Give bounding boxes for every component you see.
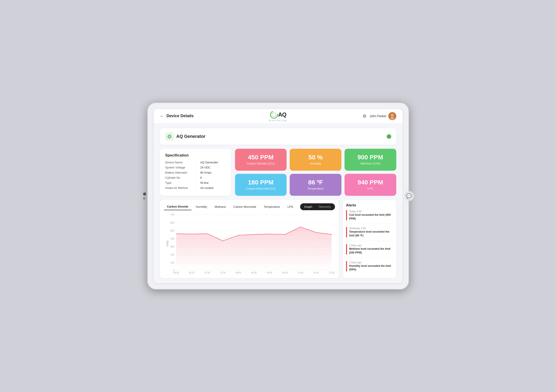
logo-icon bbox=[270, 111, 278, 119]
svg-text:09:00: 09:00 bbox=[267, 271, 272, 274]
page-title: Device Details bbox=[167, 114, 194, 118]
svg-text:07:30: 07:30 bbox=[220, 271, 225, 274]
header-left: ← Device Details bbox=[160, 113, 194, 119]
x-axis-label: Time bbox=[251, 274, 257, 275]
svg-text:06:30: 06:30 bbox=[189, 271, 194, 274]
co-value: 180 PPM bbox=[248, 179, 273, 186]
tab-carbon-monoxide[interactable]: Carbon Monoxide bbox=[230, 204, 259, 210]
svg-text:100: 100 bbox=[170, 261, 174, 264]
alert-bar-1 bbox=[346, 227, 347, 238]
alert-time-2: 2 Days ago bbox=[349, 244, 393, 247]
svg-text:10:30: 10:30 bbox=[313, 271, 319, 274]
alert-time-0: Today, 9:30 bbox=[349, 210, 393, 213]
svg-text:700: 700 bbox=[170, 213, 174, 216]
alerts-section: Alerts Today, 9:30 Co2 level exceeded th… bbox=[343, 200, 396, 278]
alert-bar-3 bbox=[346, 261, 347, 272]
alert-time-1: Yesterday, 9:30 bbox=[349, 227, 393, 230]
spec-cards-row: Specification Device Name : AQ Generator… bbox=[160, 149, 396, 196]
right-side-button[interactable]: 💬 bbox=[404, 191, 414, 201]
header: ← Device Details AQ monitoring ⚙ John Pa… bbox=[154, 109, 402, 123]
svg-rect-10 bbox=[169, 135, 170, 135]
logo-monitoring-text: monitoring bbox=[269, 119, 287, 122]
graph-toggle-button[interactable]: Graph bbox=[301, 204, 315, 210]
svg-text:07:00: 07:00 bbox=[204, 271, 210, 274]
svg-rect-9 bbox=[171, 136, 171, 137]
svg-text:09:30: 09:30 bbox=[282, 271, 288, 274]
spec-row-1: System Voltage : 24 VDC bbox=[165, 166, 226, 169]
svg-point-0 bbox=[270, 111, 278, 118]
svg-point-5 bbox=[390, 117, 394, 120]
svg-point-3 bbox=[391, 114, 394, 117]
logo-aq-text: AQ bbox=[278, 111, 286, 118]
humidity-label: Humidity bbox=[310, 162, 321, 165]
svg-text:06:00: 06:00 bbox=[173, 271, 179, 274]
device-section: AQ Generator bbox=[160, 128, 396, 145]
svg-text:200: 200 bbox=[170, 253, 174, 256]
alert-item-3: 3 Days ago Humidity level exceeded the l… bbox=[346, 261, 393, 275]
methane-value: 900 PPM bbox=[358, 154, 383, 161]
svg-text:11:00: 11:00 bbox=[329, 271, 334, 274]
svg-text:08:30: 08:30 bbox=[251, 271, 256, 274]
telemetry-toggle-button[interactable]: Telemetry bbox=[315, 204, 334, 210]
metrics-grid: 450 PPM Carbon Dioxide (CO₂) 50 % Humidi… bbox=[235, 149, 396, 196]
spec-row-0: Device Name : AQ Generator bbox=[165, 161, 226, 164]
device-name: AQ Generator bbox=[176, 134, 206, 139]
avatar bbox=[388, 112, 396, 120]
svg-text:10:00: 10:00 bbox=[298, 271, 303, 274]
svg-rect-8 bbox=[168, 136, 168, 137]
tab-methane[interactable]: Methane bbox=[211, 204, 229, 210]
spec-row-5: Intake Air Method : Air-cooled bbox=[165, 186, 226, 189]
svg-text:0: 0 bbox=[173, 269, 174, 271]
alert-text-1: Temperature level exceeded the limit (90… bbox=[349, 230, 393, 238]
svg-text:400: 400 bbox=[170, 237, 174, 240]
tab-humidity[interactable]: Humidity bbox=[193, 204, 210, 210]
tab-lpg[interactable]: LPG bbox=[284, 204, 296, 210]
bottom-row: Carbon Dioxide Humidity Methane Carbon M… bbox=[160, 200, 396, 278]
back-button[interactable]: ← bbox=[160, 113, 164, 119]
spec-section: Specification Device Name : AQ Generator… bbox=[160, 149, 231, 196]
header-right: ⚙ John Parker bbox=[363, 112, 396, 120]
main-content: AQ Generator Specification Device Name :… bbox=[154, 123, 402, 283]
svg-text:300: 300 bbox=[170, 245, 174, 248]
metric-card-lpg: 940 PPM LPG bbox=[345, 174, 396, 196]
svg-text:600: 600 bbox=[170, 221, 174, 224]
metric-card-humidity: 50 % Humidity bbox=[290, 149, 341, 171]
user-info: John Parker bbox=[370, 112, 396, 120]
app-logo: AQ monitoring bbox=[269, 111, 287, 122]
methane-label: Methane (CH4) bbox=[361, 162, 380, 165]
y-axis-label: PPM bbox=[166, 241, 169, 246]
graph-section: Carbon Dioxide Humidity Methane Carbon M… bbox=[160, 200, 339, 278]
alert-bar-2 bbox=[346, 244, 347, 255]
temperature-value: 86 ºF bbox=[308, 179, 323, 186]
temperature-label: Temperature bbox=[308, 187, 324, 190]
spec-row-4: Type : IN-line bbox=[165, 181, 226, 184]
device-title-row: AQ Generator bbox=[165, 132, 206, 141]
svg-text:08:00: 08:00 bbox=[235, 271, 241, 274]
alert-text-3: Humidity level exceeded the limit (55%) bbox=[349, 264, 393, 272]
chart-container: PPM 700 600 500 400 bbox=[164, 212, 335, 275]
chat-icon: 💬 bbox=[406, 193, 412, 199]
tab-temperature[interactable]: Temperature bbox=[261, 204, 283, 210]
user-name: John Parker bbox=[370, 114, 386, 118]
spec-row-3: Cylinder No : 6 bbox=[165, 176, 226, 179]
alert-bar-0 bbox=[346, 210, 347, 221]
line-chart: PPM 700 600 500 400 bbox=[164, 212, 335, 275]
alerts-title: Alerts bbox=[346, 203, 393, 207]
settings-icon[interactable]: ⚙ bbox=[363, 113, 367, 119]
tab-carbon-dioxide[interactable]: Carbon Dioxide bbox=[164, 203, 192, 210]
svg-rect-11 bbox=[169, 138, 170, 138]
humidity-value: 50 % bbox=[309, 154, 323, 161]
chart-area bbox=[176, 227, 332, 270]
alert-item-2: 2 Days ago Methane level exceeded the li… bbox=[346, 244, 393, 258]
graph-telemetry-toggle: Graph Telemetry bbox=[300, 203, 335, 210]
alert-time-3: 3 Days ago bbox=[349, 261, 393, 264]
metric-card-methane: 900 PPM Methane (CH4) bbox=[345, 149, 396, 171]
lpg-value: 940 PPM bbox=[358, 179, 383, 186]
alert-item-0: Today, 9:30 Co2 level exceeded the limit… bbox=[346, 210, 393, 224]
co2-value: 450 PPM bbox=[248, 154, 273, 161]
co-label: Carbon Monoxide (Co) bbox=[246, 187, 275, 190]
metric-card-co: 180 PPM Carbon Monoxide (Co) bbox=[235, 174, 287, 196]
side-dot-small bbox=[143, 197, 145, 200]
alert-text-0: Co2 level exceeded the limit (500 PPM) bbox=[349, 213, 393, 221]
side-dot-large bbox=[143, 192, 146, 196]
